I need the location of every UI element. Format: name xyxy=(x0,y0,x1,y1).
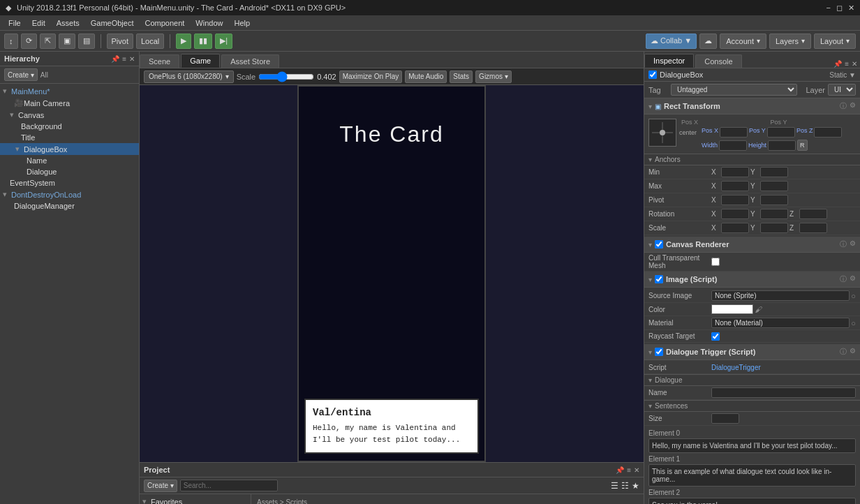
inspector-pin[interactable]: 📌 xyxy=(833,60,842,68)
cloud-btn[interactable]: ☁ xyxy=(699,34,717,49)
tab-scene[interactable]: Scene xyxy=(140,54,179,68)
tag-select[interactable]: Untagged xyxy=(671,84,797,96)
menu-window[interactable]: Window xyxy=(190,17,228,29)
sentences-size-input[interactable]: 3 xyxy=(711,413,739,424)
layout-dropdown[interactable]: Layout xyxy=(814,34,856,49)
scale-slider[interactable] xyxy=(258,73,314,81)
element2-box[interactable]: See you in the verse! xyxy=(648,498,856,504)
element1-box[interactable]: This is an example of what dialogue text… xyxy=(648,464,856,487)
scale-tool-btn[interactable]: ⇱ xyxy=(40,34,56,49)
rotation-y[interactable]: 0 xyxy=(760,209,788,219)
cr-settings-icon[interactable]: ⚙ xyxy=(850,239,856,249)
step-btn[interactable]: ▶| xyxy=(215,34,232,49)
account-dropdown[interactable]: Account xyxy=(720,34,766,49)
rotation-x[interactable]: 0 xyxy=(721,209,749,219)
rotation-z[interactable]: 0 xyxy=(799,209,827,219)
rotate-tool-btn[interactable]: ⟳ xyxy=(21,34,37,49)
menu-gameobject[interactable]: GameObject xyxy=(85,17,140,29)
tree-item-dialoguebox[interactable]: ▾ DialogueBox xyxy=(0,143,139,155)
menu-component[interactable]: Component xyxy=(139,17,190,29)
color-pick-btn[interactable]: 🖌 xyxy=(755,305,762,313)
dt-enabled-checkbox[interactable] xyxy=(655,348,663,356)
pos-z-input[interactable]: 0 xyxy=(814,127,842,138)
rt-ref-icon[interactable]: ⓘ xyxy=(840,101,847,111)
gizmos-btn[interactable]: Gizmos ▾ xyxy=(475,71,512,83)
color-swatch[interactable] xyxy=(711,304,753,314)
anchor-min-x[interactable]: 0.5 xyxy=(721,167,749,177)
maximize-play-btn[interactable]: Maximize On Play xyxy=(339,71,403,83)
width-input[interactable]: 1000 xyxy=(719,140,747,151)
active-checkbox[interactable] xyxy=(648,71,657,79)
menu-edit[interactable]: Edit xyxy=(27,17,51,29)
layer-select[interactable]: UI xyxy=(828,84,856,96)
hierarchy-pin[interactable]: 📌 xyxy=(111,55,119,63)
tree-item-dialogue[interactable]: Dialogue xyxy=(0,166,139,177)
tree-item-background[interactable]: Background xyxy=(0,121,139,132)
img-enabled-checkbox[interactable] xyxy=(655,275,663,283)
rect-transform-header[interactable]: ▾ ▣ Rect Transform ⓘ ⚙ xyxy=(644,98,860,114)
source-image-pick-btn[interactable]: ○ xyxy=(851,292,856,300)
layers-dropdown[interactable]: Layers xyxy=(769,34,811,49)
rect-tool-btn[interactable]: ▣ xyxy=(59,34,75,49)
close-btn[interactable]: ✕ xyxy=(848,3,854,13)
resolution-dropdown[interactable]: OnePlus 6 (1080x2280) xyxy=(144,71,234,83)
tree-item-name[interactable]: Name xyxy=(0,155,139,166)
cr-ref-icon[interactable]: ⓘ xyxy=(840,239,847,249)
project-search-input[interactable] xyxy=(180,480,278,491)
play-btn[interactable]: ▶ xyxy=(176,34,191,49)
tree-item-dontdestroy[interactable]: ▾ DontDestroyOnLoad xyxy=(0,188,139,200)
raycast-target-checkbox[interactable] xyxy=(711,332,720,341)
hierarchy-close[interactable]: ✕ xyxy=(129,55,135,63)
move-tool-btn[interactable]: ↕ xyxy=(4,34,18,49)
inspector-menu[interactable]: ≡ xyxy=(845,60,849,68)
scale-z[interactable]: 1 xyxy=(799,223,827,233)
project-grid-view[interactable]: ☷ xyxy=(621,481,629,491)
script-ref-link[interactable]: DialogueTrigger xyxy=(711,364,761,371)
project-close[interactable]: ✕ xyxy=(634,466,639,474)
project-pin[interactable]: 📌 xyxy=(616,466,624,474)
project-create-btn[interactable]: Create ▾ xyxy=(144,480,177,492)
tree-item-eventsystem[interactable]: EventSystem xyxy=(0,177,139,188)
dialogue-name-input[interactable]: Val/entina xyxy=(711,387,856,398)
dt-ref-icon[interactable]: ⓘ xyxy=(840,347,847,357)
element0-box[interactable]: Hello, my name is Valentina and I'll be … xyxy=(648,438,856,453)
menu-help[interactable]: Help xyxy=(228,17,255,29)
tree-favorites[interactable]: ▾ Favorites xyxy=(140,496,251,504)
menu-assets[interactable]: Assets xyxy=(51,17,85,29)
pivot-x[interactable]: 0.5 xyxy=(721,195,749,205)
anchor-preview[interactable] xyxy=(648,119,676,147)
scale-x[interactable]: 1 xyxy=(721,223,749,233)
tree-item-mainmenu[interactable]: ▾ MainMenu* xyxy=(0,85,139,97)
project-list-view[interactable]: ☰ xyxy=(611,481,618,491)
project-star[interactable]: ★ xyxy=(632,481,639,491)
height-input[interactable]: 500 xyxy=(768,140,796,151)
maximize-btn[interactable]: ◻ xyxy=(836,3,843,13)
pos-y-input[interactable]: -850 xyxy=(767,127,795,138)
anchor-min-y[interactable]: 0.5 xyxy=(760,167,788,177)
rt-settings-icon[interactable]: ⚙ xyxy=(850,101,856,111)
material-field[interactable]: None (Material) xyxy=(711,318,850,328)
stats-btn[interactable]: Stats xyxy=(450,71,473,83)
img-settings-icon[interactable]: ⚙ xyxy=(850,274,856,284)
tree-item-canvas[interactable]: ▾ Canvas xyxy=(0,109,139,121)
mute-audio-btn[interactable]: Mute Audio xyxy=(405,71,447,83)
hierarchy-all-label[interactable]: All xyxy=(40,71,48,79)
hierarchy-create-btn[interactable]: Create ▾ xyxy=(4,68,38,81)
image-script-header[interactable]: ▾ Image (Script) ⓘ ⚙ xyxy=(644,272,860,288)
tree-item-title[interactable]: Title xyxy=(0,132,139,143)
tab-inspector[interactable]: Inspector xyxy=(644,54,694,68)
tab-console[interactable]: Console xyxy=(695,54,741,68)
hierarchy-menu[interactable]: ≡ xyxy=(122,55,126,63)
canvas-renderer-header[interactable]: ▾ Canvas Renderer ⓘ ⚙ xyxy=(644,237,860,253)
source-image-field[interactable]: None (Sprite) xyxy=(711,290,850,301)
collab-btn[interactable]: ☁ Collab ▼ xyxy=(646,34,697,49)
tab-game[interactable]: Game xyxy=(181,54,220,68)
minimize-btn[interactable]: − xyxy=(826,3,831,13)
anchor-max-x[interactable]: 0.5 xyxy=(721,181,749,191)
cr-enabled-checkbox[interactable] xyxy=(655,240,663,249)
img-ref-icon[interactable]: ⓘ xyxy=(840,274,847,284)
rt-r-btn[interactable]: R xyxy=(797,140,808,151)
material-pick-btn[interactable]: ○ xyxy=(851,319,856,327)
pos-x-input[interactable]: 0 xyxy=(720,127,748,138)
pivot-y[interactable]: 0.5 xyxy=(760,195,788,205)
